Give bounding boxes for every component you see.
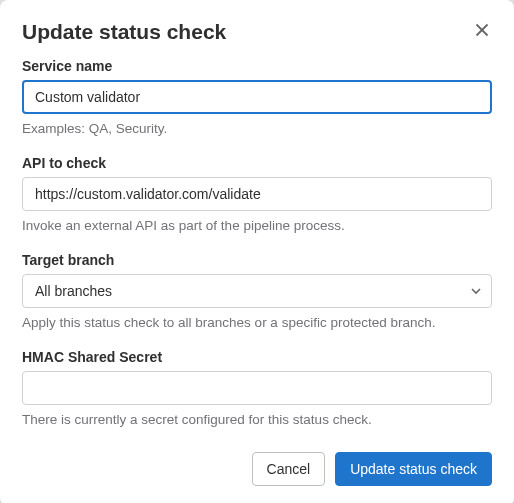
api-label: API to check bbox=[22, 155, 492, 171]
modal-footer: Cancel Update status check bbox=[22, 452, 492, 486]
service-name-label: Service name bbox=[22, 58, 492, 74]
hmac-input[interactable] bbox=[22, 371, 492, 405]
modal-title: Update status check bbox=[22, 20, 226, 44]
target-branch-select[interactable]: All branches bbox=[22, 274, 492, 308]
service-name-field-group: Service name Examples: QA, Security. bbox=[22, 58, 492, 139]
target-branch-help: Apply this status check to all branches … bbox=[22, 314, 492, 333]
hmac-help: There is currently a secret configured f… bbox=[22, 411, 492, 430]
modal-header: Update status check bbox=[22, 20, 492, 44]
api-field-group: API to check Invoke an external API as p… bbox=[22, 155, 492, 236]
target-branch-label: Target branch bbox=[22, 252, 492, 268]
api-input[interactable] bbox=[22, 177, 492, 211]
submit-button[interactable]: Update status check bbox=[335, 452, 492, 486]
close-button[interactable] bbox=[472, 20, 492, 43]
hmac-label: HMAC Shared Secret bbox=[22, 349, 492, 365]
cancel-button[interactable]: Cancel bbox=[252, 452, 326, 486]
api-help: Invoke an external API as part of the pi… bbox=[22, 217, 492, 236]
service-name-help: Examples: QA, Security. bbox=[22, 120, 492, 139]
close-icon bbox=[474, 22, 490, 41]
hmac-field-group: HMAC Shared Secret There is currently a … bbox=[22, 349, 492, 430]
update-status-check-modal: Update status check Service name Example… bbox=[0, 0, 514, 503]
service-name-input[interactable] bbox=[22, 80, 492, 114]
target-branch-field-group: Target branch All branches Apply this st… bbox=[22, 252, 492, 333]
target-branch-select-wrap: All branches bbox=[22, 274, 492, 308]
